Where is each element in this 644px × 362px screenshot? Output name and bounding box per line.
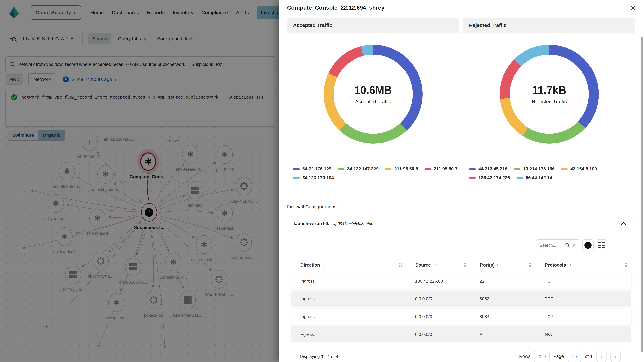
clear-search-icon[interactable]: ✕: [572, 242, 576, 248]
column-header-ports[interactable]: Port(s)↓↑: [470, 259, 536, 271]
table-cell: 8084: [470, 309, 536, 325]
chevron-left-icon: ‹: [600, 353, 602, 360]
panel-scrollbar[interactable]: [641, 37, 643, 352]
accepted-traffic-donut: 10.6MB Accepted Traffic: [324, 45, 422, 144]
chevron-down-icon: ▾: [544, 354, 546, 359]
legend-item[interactable]: 96.44.142.14: [516, 175, 552, 180]
column-header-source[interactable]: Source↓↑: [406, 259, 470, 271]
chevron-up-icon[interactable]: [621, 222, 626, 227]
detail-panel: Compute_Console_22.12.694_shrey ✕ Accept…: [279, 0, 644, 362]
table-search-box[interactable]: ✕: [536, 240, 580, 251]
table-row: Egress0.0.0.0/0AllN/A: [291, 326, 632, 343]
divider: [279, 16, 644, 16]
rejected-traffic-donut: 11.7kB Rejected Traffic: [500, 45, 599, 144]
download-icon: ↓: [584, 242, 592, 249]
rejected-traffic-card: Rejected Traffic 11.7kB Rejected Traffic…: [463, 18, 635, 190]
donut-center-label: Accepted Traffic: [355, 99, 391, 104]
panel-title: Compute_Console_22.12.694_shrey: [287, 4, 384, 11]
page-value: 1: [572, 354, 574, 359]
table-cell: 130.41.226.60: [406, 273, 470, 289]
column-header-direction[interactable]: Direction↓: [291, 259, 406, 271]
table-cell: Ingress: [291, 273, 406, 289]
table-header-row: Direction↓Source↓↑Port(s)↓↑Protocols↓↑: [291, 259, 632, 271]
legend-item[interactable]: 34.122.147.229: [338, 166, 379, 172]
legend-item[interactable]: 211.95.50.7: [424, 166, 458, 172]
table-row: Ingress0.0.0.0/08083TCP: [291, 291, 632, 307]
donut-legend: 44.213.45.21613.214.173.16643.154.8.1091…: [469, 166, 597, 180]
donut-center-value: 11.7kB: [532, 84, 566, 96]
next-page-button[interactable]: ›: [610, 351, 621, 362]
table-cell: TCP: [536, 273, 632, 289]
rows-per-page-select[interactable]: 25 ▾: [534, 351, 550, 362]
card-title: Rejected Traffic: [469, 22, 506, 28]
table-search-input[interactable]: [540, 243, 565, 248]
close-icon[interactable]: ✕: [628, 3, 638, 13]
table-cell: 0.0.0.0/0: [406, 309, 470, 325]
chevron-down-icon: ▾: [576, 354, 578, 359]
screen: Cloud Security ▾ HomeDashboardsReportsIn…: [0, 0, 644, 362]
column-header-protocols[interactable]: Protocols↓↑: [536, 259, 632, 271]
donut-legend: 34.72.176.12934.122.147.229211.95.50.821…: [293, 166, 458, 180]
search-icon: [565, 243, 570, 248]
download-button[interactable]: ↓: [582, 240, 594, 251]
table-cell: TCP: [536, 309, 632, 325]
table-cell: 0.0.0.0/0: [406, 326, 470, 343]
rows-value: 25: [538, 354, 542, 359]
legend-item[interactable]: 44.213.45.216: [469, 166, 508, 172]
donut-center-value: 10.6MB: [354, 84, 392, 96]
displaying-count: Displaying 1 - 4 of 4: [300, 354, 338, 359]
accepted-traffic-card: Accepted Traffic 10.6MB Accepted Traffic…: [287, 18, 459, 190]
accordion-header[interactable]: launch-wizard-6: sg-0947ae4eb4a8aafa0: [287, 216, 635, 231]
rows-label: Rows: [519, 354, 530, 359]
table-cell: 22: [470, 273, 536, 289]
column-settings-button[interactable]: [596, 240, 607, 251]
page-total: of 1: [585, 354, 592, 359]
table-cell: TCP: [536, 291, 632, 307]
table-cell: 0.0.0.0/0: [406, 291, 470, 307]
page-label: Page: [553, 354, 564, 359]
security-group-accordion: launch-wizard-6: sg-0947ae4eb4a8aafa0 ✕ …: [287, 216, 635, 362]
legend-item[interactable]: 43.154.8.109: [561, 166, 597, 172]
table-cell: Ingress: [291, 309, 406, 325]
prev-page-button[interactable]: ‹: [596, 351, 606, 362]
table-cell: 8083: [470, 291, 536, 307]
page-select[interactable]: 1 ▾: [568, 351, 581, 362]
table-cell: Ingress: [291, 291, 406, 307]
card-title: Accepted Traffic: [293, 22, 332, 28]
table-row: Ingress0.0.0.0/08084TCP: [291, 309, 632, 325]
modal-dim-overlay[interactable]: [0, 0, 279, 362]
security-group-id: sg-0947ae4eb4a8aafa0: [332, 221, 373, 226]
table-cell: N/A: [536, 326, 632, 343]
table-cell: All: [470, 326, 536, 343]
legend-item[interactable]: 186.42.174.226: [469, 175, 510, 180]
legend-item[interactable]: 211.95.50.8: [385, 166, 418, 172]
chevron-right-icon: ›: [614, 353, 616, 360]
table-cell: Egress: [291, 326, 406, 343]
legend-item[interactable]: 34.123.170.104: [293, 175, 334, 180]
firewall-heading: Firewall Configurations: [287, 204, 336, 210]
legend-item[interactable]: 34.72.176.129: [293, 166, 332, 172]
legend-item[interactable]: 13.214.173.166: [514, 166, 555, 172]
donut-center-label: Rejected Traffic: [532, 99, 567, 104]
table-footer: Displaying 1 - 4 of 4 Rows 25 ▾ Page 1 ▾…: [287, 350, 635, 362]
security-group-name: launch-wizard-6:: [294, 221, 330, 226]
columns-icon: [598, 242, 605, 248]
table-row: Ingress130.41.226.6022TCP: [291, 273, 632, 289]
